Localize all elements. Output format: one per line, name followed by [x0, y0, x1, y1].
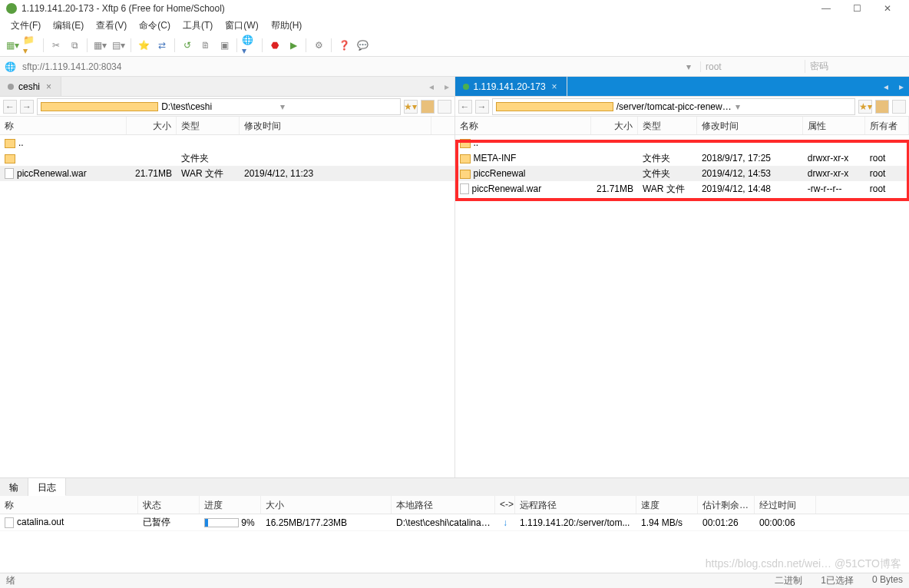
refresh2-button[interactable]	[892, 100, 906, 114]
tcol-elapsed[interactable]: 经过时间	[755, 496, 816, 514]
tab-transfer[interactable]: 输	[0, 478, 28, 496]
list-item[interactable]: piccRenewal文件夹2019/4/12, 14:53drwxr-xr-x…	[455, 166, 910, 181]
back-button[interactable]: ←	[3, 100, 17, 114]
minimize-button[interactable]: —	[811, 1, 841, 16]
col-mod[interactable]: 修改时间	[240, 117, 431, 134]
folder-icon	[496, 102, 613, 111]
tab-log[interactable]: 日志	[28, 478, 66, 496]
tab-next[interactable]: ▸	[894, 77, 909, 96]
local-pathbar: ← → D:\test\ceshi ▾ ★▾	[0, 97, 454, 117]
globe-icon[interactable]: 🌐▾	[242, 38, 257, 53]
bottom-tabs: 输 日志	[0, 477, 909, 496]
tcol-remote[interactable]: 远程路径	[515, 496, 636, 514]
play-icon[interactable]: ▶	[286, 38, 301, 53]
remote-grid-head: 名称 大小 类型 修改时间 属性 所有者	[455, 117, 910, 135]
dropdown-icon[interactable]: ▾	[735, 101, 851, 112]
pass-field[interactable]: 密码	[805, 60, 904, 73]
tab-prev[interactable]: ◂	[424, 77, 439, 96]
col-size[interactable]: 大小	[591, 117, 638, 134]
help-icon[interactable]: ❓	[336, 38, 352, 53]
home-button[interactable]	[875, 100, 889, 114]
status-selected: 1已选择	[821, 574, 854, 587]
star-button[interactable]: ★▾	[858, 100, 872, 114]
close-icon[interactable]: ×	[45, 81, 53, 92]
title-bar: 1.119.141.20-173 - Xftp 6 (Free for Home…	[0, 0, 909, 17]
transfer-body[interactable]: catalina.out已暂停 9%16.25MB/177.23MBD:\tes…	[0, 514, 909, 548]
remote-path: /server/tomcat-picc-renewal/webapps	[616, 101, 732, 112]
sync-icon[interactable]: 🗎	[198, 38, 213, 53]
col-size[interactable]: 大小	[127, 117, 177, 134]
list-item[interactable]: ..	[0, 135, 454, 150]
tcol-speed[interactable]: 速度	[636, 496, 698, 514]
remote-grid-body[interactable]: ..META-INF文件夹2018/9/17, 17:25drwxr-xr-xr…	[455, 135, 910, 477]
list-item[interactable]: piccRenewal.war21.71MBWAR 文件2019/4/12, 1…	[0, 166, 454, 181]
terminal-icon[interactable]: ▣	[217, 38, 232, 53]
tcol-size[interactable]: 大小	[261, 496, 392, 514]
menu-view[interactable]: 查看(V)	[90, 19, 133, 32]
col-type[interactable]: 类型	[638, 117, 697, 134]
transfer-row[interactable]: catalina.out已暂停 9%16.25MB/177.23MBD:\tes…	[0, 514, 909, 531]
view1-icon[interactable]: ▦▾	[92, 38, 107, 53]
favorites-icon[interactable]: ⭐	[136, 38, 151, 53]
menu-cmd[interactable]: 命令(C)	[133, 19, 177, 32]
chat-icon[interactable]: 💬	[355, 38, 370, 53]
list-item[interactable]: 文件夹	[0, 150, 454, 166]
home-button[interactable]	[421, 100, 435, 114]
list-item[interactable]: ..	[455, 135, 910, 150]
local-grid-body[interactable]: ..文件夹piccRenewal.war21.71MBWAR 文件2019/4/…	[0, 135, 454, 477]
tcol-arrow[interactable]: <->	[495, 496, 515, 514]
menu-window[interactable]: 窗口(W)	[219, 19, 264, 32]
col-mod[interactable]: 修改时间	[697, 117, 803, 134]
col-name[interactable]: 称	[0, 117, 127, 134]
stop-icon[interactable]: ⬣	[267, 38, 283, 53]
menu-file[interactable]: 文件(F)	[5, 19, 47, 32]
local-path-combo[interactable]: D:\test\ceshi ▾	[37, 98, 401, 115]
cut-icon[interactable]: ✂	[48, 38, 64, 53]
copy-icon[interactable]: ⧉	[67, 38, 82, 53]
fwd-button[interactable]: →	[475, 100, 489, 114]
star-button[interactable]: ★▾	[404, 100, 418, 114]
menu-help[interactable]: 帮助(H)	[265, 19, 309, 32]
close-icon[interactable]: ×	[550, 81, 559, 92]
address-input[interactable]	[21, 60, 682, 74]
tcol-name[interactable]: 称	[0, 496, 138, 514]
col-type[interactable]: 类型	[177, 117, 240, 134]
maximize-button[interactable]: ☐	[841, 1, 872, 16]
menu-edit[interactable]: 编辑(E)	[47, 19, 90, 32]
tcol-status[interactable]: 状态	[138, 496, 200, 514]
watermark: https://blog.csdn.net/wei… @51CTO博客	[706, 557, 901, 571]
local-panel: ceshi × ◂ ▸ ← → D:\test\ceshi ▾ ★▾ 称 大小 …	[0, 77, 455, 477]
back-button[interactable]: ←	[458, 100, 472, 114]
refresh2-button[interactable]	[438, 100, 451, 114]
tab-label: ceshi	[18, 81, 40, 92]
tcol-local[interactable]: 本地路径	[392, 496, 495, 514]
remote-tab[interactable]: 1.119.141.20-173 ×	[455, 77, 567, 96]
gear-icon[interactable]: ⚙	[311, 38, 326, 53]
tcol-eta[interactable]: 估计剩余…	[698, 496, 755, 514]
col-name[interactable]: 名称	[455, 117, 591, 134]
new-session-icon[interactable]: ▦▾	[5, 38, 20, 53]
local-tab[interactable]: ceshi ×	[0, 77, 61, 96]
remote-path-combo[interactable]: /server/tomcat-picc-renewal/webapps ▾	[492, 98, 856, 115]
open-icon[interactable]: 📁▾	[23, 38, 38, 53]
col-perm[interactable]: 属性	[803, 117, 865, 134]
refresh-icon[interactable]: ↺	[180, 38, 195, 53]
view2-icon[interactable]: ▤▾	[111, 38, 126, 53]
list-item[interactable]: META-INF文件夹2018/9/17, 17:25drwxr-xr-xroo…	[455, 150, 910, 166]
dropdown-icon[interactable]: ▾	[280, 101, 396, 112]
menu-tools[interactable]: 工具(T)	[177, 19, 219, 32]
tab-prev[interactable]: ◂	[878, 77, 894, 96]
tcol-progress[interactable]: 进度	[200, 496, 261, 514]
address-dropdown[interactable]: ▾	[686, 61, 696, 72]
local-tabs: ceshi × ◂ ▸	[0, 77, 454, 97]
local-path: D:\test\ceshi	[161, 101, 277, 112]
transfer-icon[interactable]: ⇄	[154, 38, 170, 53]
tab-next[interactable]: ▸	[439, 77, 454, 96]
close-button[interactable]: ✕	[872, 1, 903, 16]
tab-label: 1.119.141.20-173	[474, 81, 546, 92]
list-item[interactable]: piccRenewal.war21.71MBWAR 文件2019/4/12, 1…	[455, 181, 910, 197]
col-own[interactable]: 所有者	[865, 117, 909, 134]
user-field[interactable]: root	[700, 61, 800, 72]
fwd-button[interactable]: →	[20, 100, 34, 114]
menu-bar: 文件(F) 编辑(E) 查看(V) 命令(C) 工具(T) 窗口(W) 帮助(H…	[0, 17, 909, 34]
